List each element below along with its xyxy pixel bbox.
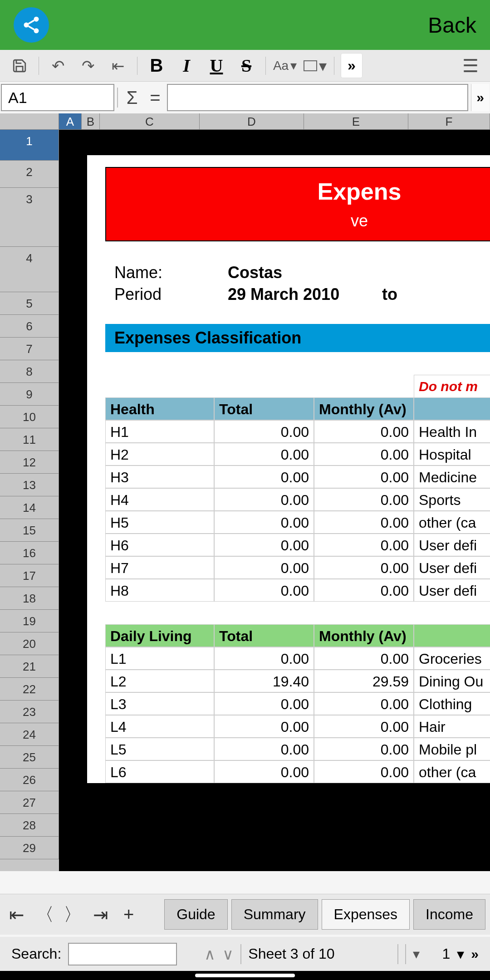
row-header-24[interactable]: 24 — [0, 723, 59, 746]
row-header-10[interactable]: 10 — [0, 406, 59, 428]
row-header-29[interactable]: 29 — [0, 837, 59, 859]
row-header-7[interactable]: 7 — [0, 338, 59, 360]
table-row[interactable]: L40.000.00Hair — [105, 715, 490, 738]
row-header-19[interactable]: 19 — [0, 610, 59, 632]
col-header-b[interactable]: B — [82, 113, 100, 129]
decrease-indent-button[interactable]: ⇤ — [105, 53, 131, 78]
table-row[interactable]: H70.000.00User defi — [105, 556, 490, 579]
underline-button[interactable]: U — [204, 53, 229, 78]
sum-button[interactable]: Σ — [121, 88, 143, 108]
row-header-23[interactable]: 23 — [0, 701, 59, 723]
cell-area[interactable]: Expens ve Name: Costas Period 29 March 2… — [59, 130, 490, 871]
row-header-17[interactable]: 17 — [0, 564, 59, 587]
table-row[interactable]: H20.000.00Hospital — [105, 443, 490, 466]
search-input[interactable] — [68, 943, 177, 965]
table-row[interactable]: H30.000.00Medicine — [105, 466, 490, 488]
table-row[interactable]: H80.000.00User defi — [105, 579, 490, 602]
last-sheet-button[interactable]: ⇥ — [88, 901, 113, 928]
select-all-corner[interactable] — [0, 113, 59, 129]
row-header-8[interactable]: 8 — [0, 360, 59, 383]
save-button[interactable] — [7, 53, 32, 78]
col-header-c[interactable]: C — [100, 113, 200, 129]
row-header-3[interactable]: 3 — [0, 188, 59, 247]
tab-summary[interactable]: Summary — [231, 899, 318, 930]
highlight-dropdown[interactable]: ▾ — [302, 53, 328, 78]
prev-sheet-button[interactable]: 〈 — [33, 901, 57, 928]
zoom-value: 1 — [442, 946, 451, 962]
row-header-22[interactable]: 22 — [0, 678, 59, 701]
search-next-button[interactable]: ∨ — [222, 945, 234, 963]
zoom-dropdown[interactable]: ▾ — [413, 946, 420, 962]
formula-button[interactable]: = — [146, 88, 164, 108]
undo-button[interactable]: ↶ — [45, 53, 71, 78]
row-header-15[interactable]: 15 — [0, 519, 59, 542]
tab-income[interactable]: Income — [413, 899, 485, 930]
row-header-4[interactable]: 4 — [0, 247, 59, 292]
row-header-14[interactable]: 14 — [0, 496, 59, 519]
row-header-5[interactable]: 5 — [0, 292, 59, 315]
sheet-tab-bar: ⇤ 〈 〉 ⇥ + Guide Summary Expenses Income — [0, 894, 490, 935]
font-label: Aa — [273, 59, 289, 73]
col-header-e[interactable]: E — [304, 113, 408, 129]
row-header-25[interactable]: 25 — [0, 746, 59, 769]
table-row[interactable]: H50.000.00other (ca — [105, 511, 490, 534]
separator — [117, 88, 118, 108]
row-header-13[interactable]: 13 — [0, 474, 59, 496]
redo-button[interactable]: ↷ — [75, 53, 101, 78]
spreadsheet-grid[interactable]: A B C D E F 1234567891011121314151617181… — [0, 113, 490, 871]
first-sheet-button[interactable]: ⇤ — [5, 901, 29, 928]
cell-desc: User defi — [414, 556, 490, 579]
row-header-2[interactable]: 2 — [0, 161, 59, 188]
cell-code: H7 — [105, 556, 214, 579]
col-header-d[interactable]: D — [200, 113, 304, 129]
search-prev-button[interactable]: ∧ — [204, 945, 216, 963]
col-header-f[interactable]: F — [408, 113, 490, 129]
row-header-11[interactable]: 11 — [0, 428, 59, 451]
cell-code: L3 — [105, 692, 214, 715]
cell-desc: Dining Ou — [414, 670, 490, 692]
menu-button[interactable]: ☰ — [458, 53, 483, 78]
tab-guide[interactable]: Guide — [164, 899, 227, 930]
monthly-col-header: Monthly (Av) — [314, 397, 414, 420]
table-row[interactable]: H10.000.00Health In — [105, 420, 490, 443]
row-header-16[interactable]: 16 — [0, 542, 59, 564]
cell-reference-input[interactable]: A1 — [1, 84, 114, 111]
table-row[interactable]: L10.000.00Groceries — [105, 647, 490, 670]
col-header-a[interactable]: A — [59, 113, 82, 129]
italic-button[interactable]: I — [174, 53, 199, 78]
row-header-20[interactable]: 20 — [0, 632, 59, 655]
formula-input[interactable] — [167, 84, 468, 111]
row-header-21[interactable]: 21 — [0, 655, 59, 678]
daily-title: Daily Living — [105, 624, 214, 647]
toolbar-expand-button[interactable]: » — [341, 53, 363, 78]
row-header-27[interactable]: 27 — [0, 791, 59, 814]
share-button[interactable] — [14, 7, 49, 43]
cell-monthly: 29.59 — [314, 670, 414, 692]
next-sheet-button[interactable]: 〉 — [60, 901, 85, 928]
zoom-down-icon[interactable]: ▾ — [457, 946, 464, 963]
formula-expand-button[interactable]: » — [471, 84, 489, 111]
font-dropdown[interactable]: Aa ▾ — [272, 53, 298, 78]
row-header-18[interactable]: 18 — [0, 587, 59, 610]
table-row[interactable]: L60.000.00other (ca — [105, 760, 490, 783]
table-row[interactable]: L50.000.00Mobile pl — [105, 738, 490, 760]
expand-button[interactable]: » — [471, 946, 479, 962]
back-button[interactable]: Back — [428, 13, 476, 38]
row-header-12[interactable]: 12 — [0, 451, 59, 474]
table-row[interactable]: H60.000.00User defi — [105, 534, 490, 556]
cell-code: H3 — [105, 466, 214, 488]
bold-button[interactable]: B — [144, 53, 169, 78]
row-header-9[interactable]: 9 — [0, 383, 59, 406]
strikethrough-button[interactable]: S — [234, 53, 259, 78]
row-header-1[interactable]: 1 — [0, 130, 59, 161]
cell-desc: User defi — [414, 534, 490, 556]
table-row[interactable]: L30.000.00Clothing — [105, 692, 490, 715]
add-sheet-button[interactable]: + — [117, 901, 141, 928]
tab-expenses[interactable]: Expenses — [322, 899, 410, 930]
row-header-26[interactable]: 26 — [0, 769, 59, 791]
row-header-28[interactable]: 28 — [0, 814, 59, 837]
row-header-6[interactable]: 6 — [0, 315, 59, 338]
table-row[interactable]: H40.000.00Sports — [105, 488, 490, 511]
cell-total: 0.00 — [214, 647, 314, 670]
table-row[interactable]: L219.4029.59Dining Ou — [105, 670, 490, 692]
